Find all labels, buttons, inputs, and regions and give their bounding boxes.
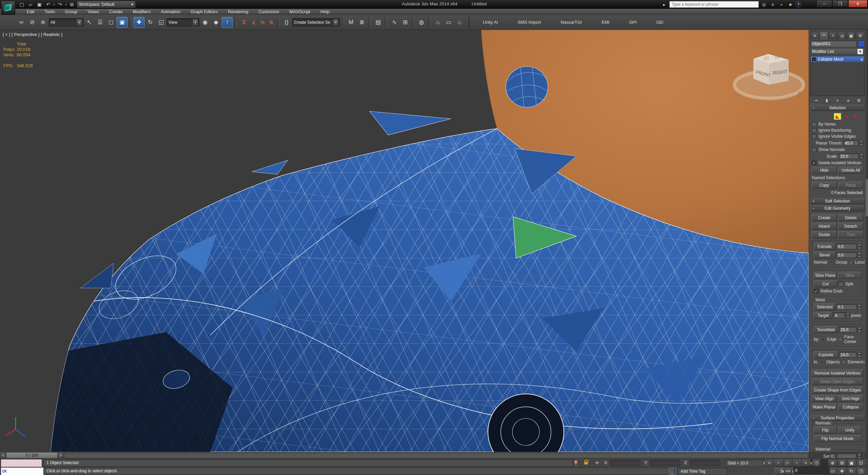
previous-frame-icon[interactable]: ‹: [774, 459, 783, 467]
unhide-all-button[interactable]: Unhide All: [838, 167, 863, 174]
y-coord-field[interactable]: [650, 460, 680, 466]
explode-field[interactable]: 24.0: [839, 352, 856, 358]
by-vertex-checkbox[interactable]: [812, 122, 816, 127]
zoom-extents-all-icon[interactable]: ⊡: [856, 459, 866, 467]
scale-spinner[interactable]: ▲▼: [860, 153, 863, 159]
mirror-icon[interactable]: M: [346, 17, 356, 27]
explode-objects-radio[interactable]: [820, 360, 824, 364]
bevel-spinner[interactable]: ▲▼: [857, 252, 861, 258]
z-coord-field[interactable]: [690, 460, 720, 466]
search-history-icon[interactable]: ▸: [660, 1, 668, 8]
create-button[interactable]: Create: [812, 214, 837, 221]
select-and-scale-icon[interactable]: ◱: [156, 17, 166, 27]
select-and-rotate-icon[interactable]: ↻: [145, 17, 155, 27]
material-editor-icon[interactable]: ◍: [416, 17, 427, 27]
tab-sms-import[interactable]: SMS Import: [509, 20, 550, 25]
search-icon[interactable]: ◎: [760, 1, 768, 8]
reference-coordinate-dropdown[interactable]: View▾: [167, 18, 199, 26]
modifier-list-dropdown[interactable]: Modifier List▼: [810, 48, 865, 55]
time-tag-cube-icon[interactable]: ◻: [669, 468, 676, 475]
menu-animation[interactable]: Animation: [156, 9, 185, 14]
subobject-edge-icon[interactable]: △: [825, 113, 832, 119]
slice-plane-button[interactable]: Slice Plane: [814, 272, 837, 279]
render-setup-icon[interactable]: ♨: [433, 17, 443, 27]
selection-filter-dropdown[interactable]: All▾: [49, 18, 83, 26]
configure-modifier-sets-icon[interactable]: ⊞: [855, 97, 863, 103]
use-pivot-center-icon[interactable]: ◉: [200, 17, 210, 27]
ignore-backfacing-checkbox[interactable]: [812, 128, 816, 133]
help-icon[interactable]: ?: [795, 1, 802, 7]
named-selection-sets-dropdown[interactable]: Create Selection Se▾: [292, 18, 340, 26]
subobject-polygon-icon[interactable]: ■: [843, 113, 850, 119]
menu-tools[interactable]: Tools: [39, 9, 60, 14]
bevel-field[interactable]: 0.0: [836, 252, 856, 258]
save-file-icon[interactable]: ▣: [35, 1, 43, 8]
select-object-icon[interactable]: ↖: [84, 17, 94, 27]
rectangular-selection-region-icon[interactable]: ◻: [106, 17, 116, 27]
menu-graph-editors[interactable]: Graph Editors: [185, 9, 223, 14]
remove-isolated-vertices-button[interactable]: Remove Isolated Vertices: [812, 369, 863, 377]
edit-named-selection-sets-icon[interactable]: {}: [281, 17, 292, 27]
isolate-balloon-icon[interactable]: [574, 460, 580, 466]
divide-button[interactable]: Divide: [812, 231, 837, 238]
zoom-all-icon[interactable]: ⊞: [837, 459, 847, 467]
explode-button[interactable]: Explode: [814, 351, 838, 358]
zoom-icon[interactable]: ⊕: [828, 459, 837, 467]
panel-scrollbar[interactable]: [866, 30, 868, 452]
communication-center-icon[interactable]: ⌁: [778, 1, 785, 8]
unify-button[interactable]: Unify: [838, 426, 861, 434]
project-folder-icon[interactable]: ⊞: [68, 1, 76, 8]
maximize-viewport-icon[interactable]: ◳: [856, 467, 866, 475]
tab-create[interactable]: ✳: [810, 32, 819, 39]
viewport-general-menu[interactable]: [ + ]: [3, 32, 10, 37]
add-time-tag[interactable]: Add Time Tag: [677, 468, 728, 475]
next-frame-icon[interactable]: ›: [792, 459, 801, 467]
rendered-frame-window-icon[interactable]: ▭: [443, 17, 454, 27]
explode-spinner[interactable]: ▲▼: [857, 352, 861, 358]
maxscript-listener-input[interactable]: OK: [1, 467, 44, 475]
timeline-next-button[interactable]: >: [58, 452, 64, 458]
schematic-view-icon[interactable]: ⊞: [400, 17, 410, 27]
delete-isolated-vertices-checkbox[interactable]: ✓: [812, 160, 816, 165]
subobject-element-icon[interactable]: ◩: [852, 113, 859, 119]
object-name-field[interactable]: Object001: [810, 40, 857, 47]
selection-rollout-header[interactable]: − Selection: [810, 105, 865, 111]
menu-help[interactable]: Help: [315, 9, 335, 14]
cut-button[interactable]: Cut: [814, 280, 837, 287]
menu-create[interactable]: Create: [104, 9, 127, 14]
layer-manager-icon[interactable]: ▤: [373, 17, 383, 27]
show-normals-checkbox[interactable]: [812, 147, 816, 152]
license-key-icon[interactable]: ¤: [769, 1, 776, 8]
weld-selected-field[interactable]: 0.1: [836, 304, 856, 310]
stack-pin-icon[interactable]: ◄: [860, 57, 863, 61]
keyboard-shortcut-override-icon[interactable]: ↑: [222, 17, 233, 28]
split-checkbox[interactable]: [839, 282, 843, 286]
weld-target-field[interactable]: 4: [833, 312, 845, 318]
flip-normal-mode-button[interactable]: Flip Normal Mode: [814, 435, 861, 442]
hide-button[interactable]: Hide: [812, 167, 837, 174]
percent-snap-icon[interactable]: %: [258, 17, 267, 27]
redo-icon[interactable]: ↷: [56, 1, 64, 8]
angle-snap-icon[interactable]: ∠: [250, 17, 258, 27]
application-menu-button[interactable]: [1, 1, 15, 15]
perspective-viewport[interactable]: S E FRONT RIGHT TOP [ + ] [ Perspective …: [0, 30, 809, 452]
align-icon[interactable]: ≣: [357, 17, 367, 27]
mirror-mesh[interactable]: [506, 66, 548, 107]
select-and-manipulate-icon[interactable]: ◆: [211, 17, 221, 27]
tab-gpi[interactable]: GPI: [620, 20, 645, 25]
snap-toggle-3d-icon[interactable]: 3: [239, 17, 249, 27]
weld-target-button[interactable]: Target: [814, 312, 832, 319]
menu-maxscript[interactable]: MAXScript: [284, 9, 315, 14]
menu-views[interactable]: Views: [82, 9, 104, 14]
tessellate-edge-radio[interactable]: [821, 337, 825, 342]
x-coord-field[interactable]: [610, 460, 640, 466]
search-input[interactable]: [669, 1, 759, 8]
tessellate-spinner[interactable]: ▲▼: [857, 327, 861, 332]
tab-modify[interactable]: ◠: [820, 32, 828, 39]
menu-rendering[interactable]: Rendering: [223, 9, 253, 14]
tab-utilities[interactable]: ⚒: [856, 32, 865, 39]
minimize-button[interactable]: ─: [816, 0, 832, 7]
window-crossing-toggle-icon[interactable]: ▣: [117, 17, 127, 28]
normal-group-radio[interactable]: [830, 260, 834, 265]
explode-elements-radio[interactable]: [842, 360, 846, 364]
